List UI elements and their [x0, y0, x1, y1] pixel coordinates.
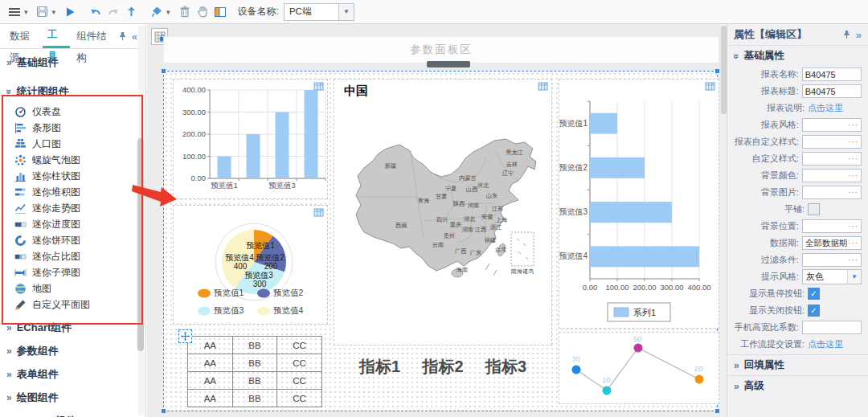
- widget-hbar-chart[interactable]: 预览值1预览值2预览值3预览值40.00100.00200.00300.0040…: [559, 79, 719, 329]
- tab-tools[interactable]: 工具: [43, 24, 70, 48]
- sidebar-item-迷你饼环图[interactable]: 迷你饼环图: [0, 232, 145, 248]
- section-表单组件[interactable]: »表单组件: [0, 362, 145, 386]
- ellipsis-button[interactable]: ···: [848, 188, 858, 197]
- publish-icon[interactable]: [123, 3, 139, 21]
- table-cell[interactable]: CC: [277, 337, 322, 354]
- property-input[interactable]: ···: [802, 186, 862, 199]
- widget-edit-icon[interactable]: [313, 207, 325, 218]
- resize-handle[interactable]: [715, 409, 719, 413]
- sidebar-scrollbar-track[interactable]: [138, 26, 145, 415]
- device-select-arrow-icon[interactable]: ▼: [338, 4, 354, 20]
- tab-datasource[interactable]: 数据源: [5, 26, 41, 47]
- property-input[interactable]: ···: [802, 219, 862, 233]
- menu-caret-icon[interactable]: ▾: [24, 8, 28, 16]
- ellipsis-button[interactable]: ···: [848, 239, 858, 247]
- sidebar-item-迷你子弹图[interactable]: 迷你子弹图: [0, 264, 145, 280]
- table-cell[interactable]: BB: [232, 372, 277, 390]
- sidebar-item-迷你占比图[interactable]: 迷你占比图: [0, 248, 145, 264]
- table-cell[interactable]: AA: [188, 337, 233, 354]
- table-cell[interactable]: AA: [188, 354, 233, 372]
- sidebar-item-迷你走势图[interactable]: 迷你走势图: [0, 200, 145, 216]
- widget-metrics[interactable]: 指标1 指标2 指标3: [337, 350, 549, 383]
- sidebar-item-人口图[interactable]: 人口图: [0, 136, 145, 152]
- sidebar-item-地图[interactable]: 地图: [0, 280, 145, 296]
- property-input[interactable]: 全部数据期···: [802, 236, 862, 250]
- widget-edit-icon[interactable]: [313, 81, 325, 92]
- widget-table[interactable]: AABBCCAABBCCAABBCCAABBCC: [181, 332, 329, 404]
- section-basic-properties[interactable]: » 基础属性: [727, 46, 868, 66]
- widget-china-map[interactable]: 中国: [334, 79, 552, 345]
- canvas-scrollbar-track[interactable]: [721, 24, 727, 417]
- table-cell[interactable]: CC: [277, 372, 322, 390]
- redo-icon[interactable]: [105, 3, 121, 21]
- collapse-panel-icon[interactable]: »: [856, 29, 862, 41]
- widget-line-chart[interactable]: 30105020: [559, 332, 719, 404]
- sidebar-item-迷你进度图[interactable]: 迷你进度图: [0, 216, 145, 232]
- ellipsis-button[interactable]: ···: [848, 222, 858, 231]
- property-checkbox[interactable]: ✓: [808, 288, 820, 300]
- data-table[interactable]: AABBCCAABBCCAABBCCAABBCC: [187, 336, 322, 407]
- section-advanced[interactable]: » 高级: [727, 375, 868, 396]
- pin-icon[interactable]: [118, 31, 127, 41]
- sidebar-item-自定义平面图[interactable]: 自定义平面图: [0, 296, 145, 313]
- table-cell[interactable]: AA: [188, 390, 233, 407]
- delete-icon[interactable]: [177, 3, 193, 21]
- property-input[interactable]: ···: [802, 135, 862, 149]
- hand-icon[interactable]: [194, 3, 211, 21]
- property-link[interactable]: 点击这里: [808, 338, 843, 350]
- widget-bar-chart[interactable]: 0.00100.00200.00300.00400.00预览值1预览值3: [173, 79, 328, 199]
- device-select[interactable]: PC端 ▼: [284, 3, 354, 21]
- table-cell[interactable]: CC: [277, 354, 322, 372]
- sidebar-item-迷你柱状图[interactable]: 迷你柱状图: [0, 168, 145, 184]
- panel-collapse-handle[interactable]: [427, 61, 470, 67]
- pin-icon[interactable]: [842, 30, 851, 39]
- move-handle-icon[interactable]: [178, 329, 192, 343]
- property-input[interactable]: ···: [802, 152, 862, 166]
- ellipsis-button[interactable]: ···: [848, 256, 858, 264]
- collapse-sidebar-icon[interactable]: «: [132, 31, 137, 43]
- canvas-scrollbar-thumb[interactable]: [721, 26, 727, 114]
- section-参数组件[interactable]: »参数组件: [0, 339, 145, 362]
- table-cell[interactable]: BB: [232, 354, 277, 372]
- widget-pie-chart[interactable]: 预览值1预览值2200预览值3300预览值4400预览值1预览值2预览值3预览值…: [173, 205, 328, 325]
- run-icon[interactable]: [62, 3, 78, 21]
- sidebar-item-条形图[interactable]: 条形图: [0, 120, 145, 136]
- table-cell[interactable]: BB: [232, 337, 277, 354]
- resize-handle[interactable]: [715, 69, 719, 73]
- parameter-panel-area[interactable]: 参数面板区: [163, 36, 719, 63]
- property-input[interactable]: B40475: [802, 67, 862, 81]
- property-link[interactable]: 点击这里: [808, 102, 843, 114]
- property-input[interactable]: ···: [802, 253, 862, 267]
- sidebar-scrollbar-thumb[interactable]: [137, 138, 144, 351]
- section-WebGis组件[interactable]: »WebGis组件: [0, 409, 145, 417]
- design-canvas[interactable]: 参数面板区 0.00100.00200.00300.00400.00预览值1预览…: [147, 24, 727, 417]
- table-cell[interactable]: CC: [277, 390, 322, 407]
- resize-handle[interactable]: [162, 69, 166, 73]
- ellipsis-button[interactable]: ···: [848, 171, 858, 180]
- property-input[interactable]: ···: [802, 118, 862, 132]
- format-caret-icon[interactable]: ▾: [166, 8, 170, 16]
- undo-icon[interactable]: [88, 3, 104, 21]
- sidebar-item-仪表盘[interactable]: 仪表盘: [0, 104, 145, 120]
- ellipsis-button[interactable]: ···: [848, 137, 858, 146]
- select-arrow-icon[interactable]: ▼: [847, 270, 861, 284]
- property-input[interactable]: ···: [802, 169, 862, 182]
- save-caret-icon[interactable]: ▾: [52, 8, 56, 16]
- format-brush-icon[interactable]: [149, 3, 165, 21]
- menu-icon[interactable]: [6, 3, 23, 21]
- section-stat-components[interactable]: » 统计图组件: [0, 73, 145, 102]
- sidebar-item-迷你堆积图[interactable]: 迷你堆积图: [0, 184, 145, 200]
- tab-structure[interactable]: 组件结构: [72, 26, 117, 47]
- property-checkbox[interactable]: ✓: [808, 305, 820, 317]
- report-design-area[interactable]: 0.00100.00200.00300.00400.00预览值1预览值3 预览值…: [163, 71, 718, 411]
- sidebar-item-螺旋气泡图[interactable]: 螺旋气泡图: [0, 152, 145, 168]
- section-backfill-properties[interactable]: » 回填属性: [727, 354, 868, 375]
- property-input[interactable]: [802, 321, 862, 334]
- resize-handle[interactable]: [162, 409, 166, 413]
- property-select[interactable]: 灰色▼: [802, 269, 862, 284]
- widget-edit-icon[interactable]: [538, 81, 549, 92]
- section-EChart组件[interactable]: »EChart组件: [0, 316, 145, 339]
- section-绘图组件[interactable]: »绘图组件: [0, 386, 145, 409]
- section-base-components[interactable]: » 基础组件: [0, 49, 145, 73]
- panel-layout-icon[interactable]: [212, 3, 228, 21]
